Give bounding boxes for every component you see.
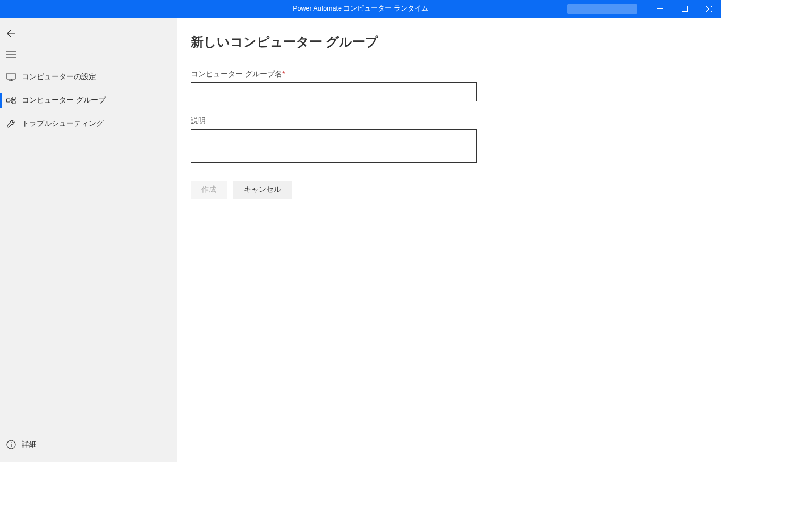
- description-label: 説明: [191, 116, 721, 126]
- wrench-icon: [6, 118, 16, 129]
- window-title: Power Automate コンピューター ランタイム: [293, 4, 428, 13]
- group-name-input[interactable]: [191, 82, 477, 101]
- sidebar-item-machine-groups[interactable]: コンピューター グループ: [0, 89, 177, 112]
- sidebar-item-details[interactable]: 詳細: [0, 433, 177, 456]
- sidebar-item-label: コンピューター グループ: [22, 96, 106, 105]
- svg-rect-1: [682, 6, 687, 12]
- maximize-button[interactable]: [672, 0, 697, 18]
- monitor-icon: [6, 72, 16, 82]
- hamburger-menu-button[interactable]: [0, 44, 177, 65]
- create-button[interactable]: 作成: [191, 181, 227, 199]
- required-mark: *: [282, 70, 285, 78]
- button-row: 作成 キャンセル: [191, 181, 721, 199]
- svg-rect-8: [7, 73, 15, 79]
- description-input[interactable]: [191, 129, 477, 163]
- sidebar-item-label: 詳細: [22, 440, 37, 449]
- svg-rect-11: [7, 99, 10, 102]
- close-button[interactable]: [697, 0, 721, 18]
- title-bar: Power Automate コンピューター ランタイム: [0, 0, 721, 18]
- sidebar-item-machine-settings[interactable]: コンピューターの設定: [0, 65, 177, 89]
- group-name-label: コンピューター グループ名*: [191, 70, 721, 79]
- titlebar-controls: [567, 0, 721, 18]
- body: コンピューターの設定 コンピューター グループ トラブルシューティング: [0, 18, 721, 462]
- group-icon: [6, 95, 16, 106]
- user-account-region[interactable]: [567, 4, 637, 14]
- sidebar-item-label: トラブルシューティング: [22, 119, 104, 129]
- sidebar: コンピューターの設定 コンピューター グループ トラブルシューティング: [0, 18, 177, 462]
- svg-rect-13: [12, 101, 15, 104]
- back-button[interactable]: [0, 23, 177, 44]
- page-title: 新しいコンピューター グループ: [191, 33, 721, 50]
- svg-rect-12: [12, 97, 15, 100]
- main-content: 新しいコンピューター グループ コンピューター グループ名* 説明 作成 キャン…: [177, 18, 721, 462]
- cancel-button[interactable]: キャンセル: [233, 181, 292, 199]
- sidebar-item-troubleshooting[interactable]: トラブルシューティング: [0, 112, 177, 135]
- svg-point-20: [11, 442, 11, 443]
- info-icon: [6, 439, 16, 450]
- minimize-button[interactable]: [648, 0, 672, 18]
- arrow-left-icon: [6, 28, 16, 39]
- hamburger-icon: [6, 49, 16, 60]
- sidebar-item-label: コンピューターの設定: [22, 72, 96, 82]
